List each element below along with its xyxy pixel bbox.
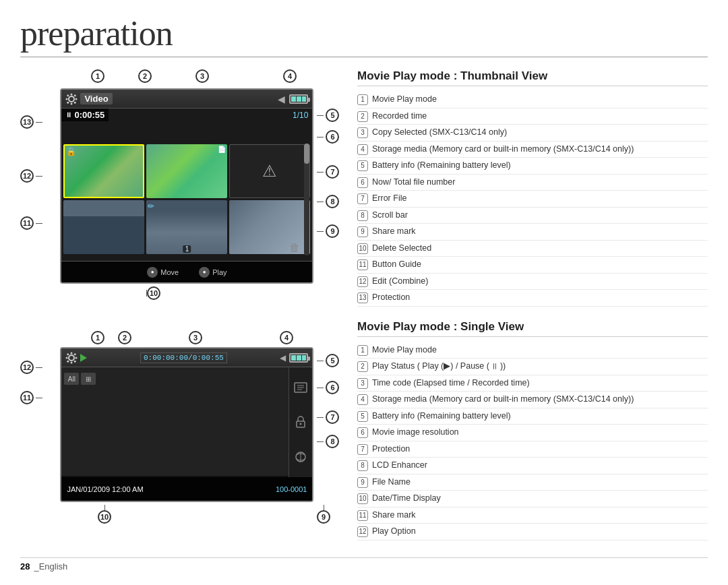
item-text: Delete Selected — [372, 243, 431, 255]
thumbnail-screen: Video ◀ — [60, 88, 313, 284]
list-item: 2 Recorded time — [357, 109, 708, 125]
list-item: 8 Scroll bar — [357, 208, 708, 224]
item-text: Scroll bar — [372, 210, 408, 222]
callout-11: 11 — [20, 216, 34, 230]
file-counter: 1/10 — [289, 109, 312, 122]
item-text: Copy Selected (SMX-C13/C14 only) — [372, 127, 507, 139]
num-badge: 1 — [183, 245, 191, 253]
item-num: 8 — [357, 210, 368, 221]
item-text: Share mark — [372, 510, 416, 522]
callout-12-single: 12 — [20, 361, 34, 374]
thumbnail-section-title: Movie Play mode : Thumbnail View — [357, 69, 708, 86]
item-num: 7 — [357, 193, 368, 204]
item-num: 9 — [357, 226, 368, 237]
item-text: Share mark — [372, 226, 416, 238]
page-number: 28 — [20, 561, 30, 572]
item-num: 10 — [357, 493, 368, 504]
left-side-labels: 13 12 11 — [20, 109, 57, 230]
top-callouts-single: 1 2 3 4 — [84, 327, 344, 344]
item-num: 10 — [357, 243, 368, 254]
svg-point-5 — [67, 94, 69, 96]
thumb-top-bar: Video ◀ — [61, 90, 312, 109]
item-text: Time code (Elapsed time / Recorded time) — [372, 377, 530, 390]
thumb-item-2[interactable]: 📄 — [146, 144, 227, 198]
list-item: 7 Error File — [357, 191, 708, 208]
list-item: 9 Share mark — [357, 224, 708, 241]
item-num: 12 — [357, 276, 368, 287]
svg-point-6 — [74, 101, 76, 103]
single-screen-inner: 0:00:00:00/0:00:55 ◀ — [61, 348, 312, 501]
thumb-item-1[interactable]: 🔒 — [63, 144, 144, 198]
list-item: 4 Storage media (Memory card or built-in… — [357, 142, 708, 158]
scrollbar[interactable] — [304, 144, 309, 255]
list-item: 10 Delete Selected — [357, 241, 708, 257]
item-num: 9 — [357, 477, 368, 488]
item-num: 13 — [357, 292, 368, 303]
item-text: Date/Time Display — [372, 493, 441, 505]
list-item: 12 Edit (Combine) — [357, 274, 708, 290]
single-left-labels: 12 11 — [20, 361, 57, 404]
svg-point-0 — [69, 96, 74, 102]
callout-12: 12 — [20, 169, 34, 183]
svg-point-14 — [67, 353, 69, 355]
single-labels-section: Movie Play mode : Single View 1 Movie Pl… — [357, 320, 708, 541]
svg-point-15 — [74, 360, 76, 362]
thumb-item-3-error[interactable]: ⚠ — [229, 144, 310, 198]
back-arrow-single[interactable]: ◀ — [280, 353, 286, 363]
warning-icon: ⚠ — [262, 162, 277, 181]
thumb-item-4[interactable] — [63, 200, 144, 254]
item-text: Protection — [372, 443, 410, 456]
callout-13: 13 — [20, 115, 34, 129]
svg-point-2 — [71, 102, 73, 104]
list-item: 5 Battery info (Remaining battery level) — [357, 158, 708, 175]
right-panel: Movie Play mode : Thumbnail View 1 Movie… — [357, 69, 708, 557]
left-panel: 1 2 3 4 13 12 — [20, 69, 344, 557]
callout-6-single: 6 — [326, 381, 339, 394]
item-text: Storage media (Memory card or built-in m… — [372, 144, 634, 156]
option-icon: ⊞ — [81, 373, 96, 385]
item-num: 7 — [357, 444, 368, 455]
datetime-display: JAN/01/2009 12:00 AM — [67, 485, 143, 493]
list-item: 1 Movie Play mode — [357, 342, 708, 359]
list-item: 10 Date/Time Display — [357, 491, 708, 507]
svg-point-12 — [66, 357, 68, 359]
svg-point-23 — [300, 423, 302, 425]
svg-point-4 — [75, 98, 78, 100]
list-item: 13 Protection — [357, 290, 708, 307]
callout-2-single: 2 — [118, 331, 131, 344]
callout-1-single: 1 — [91, 331, 104, 344]
delete-icon[interactable]: 🗑 — [289, 242, 300, 254]
item-num: 6 — [357, 427, 368, 438]
page: preparation 1 2 3 4 — [0, 0, 728, 585]
thumbnail-items-list: 1 Movie Play mode 2 Recorded time 3 Copy… — [357, 92, 708, 307]
move-label: Move — [160, 268, 179, 276]
main-content: 1 2 3 4 13 12 — [20, 69, 708, 557]
prev-arrow-icon[interactable]: ◀ — [278, 94, 285, 104]
callout-3-single: 3 — [189, 331, 202, 344]
list-item: 4 Storage media (Memory card or built-in… — [357, 392, 708, 408]
move-btn-icon: ● — [147, 267, 158, 278]
thumb-top-left: Video — [65, 93, 112, 105]
item-num: 8 — [357, 460, 368, 471]
item-num: 1 — [357, 94, 368, 105]
list-item: 3 Copy Selected (SMX-C13/C14 only) — [357, 125, 708, 142]
callout-9-single: 9 — [317, 510, 330, 524]
svg-point-9 — [69, 355, 74, 361]
svg-point-1 — [71, 93, 73, 95]
svg-point-17 — [67, 360, 69, 362]
item-text: Movie Play mode — [372, 94, 437, 106]
item-num: 3 — [357, 127, 368, 138]
thumb-item-5[interactable]: ✏ 1 — [146, 200, 227, 254]
item-num: 6 — [357, 177, 368, 188]
top-callouts-thumb: 1 2 3 4 — [84, 69, 344, 86]
list-item: 2 Play Status ( Play (▶) / Pause ( ॥ )) — [357, 359, 708, 375]
callout-8-single: 8 — [326, 435, 339, 448]
thumb-grid: 🔒 📄 ⚠ — [61, 142, 312, 256]
item-text: LCD Enhancer — [372, 460, 427, 472]
item-num: 3 — [357, 378, 368, 389]
right-side-labels-thumb: 5 6 7 8 — [317, 109, 344, 238]
callout-2-thumb: 2 — [138, 69, 152, 83]
single-diagram: 1 2 3 4 12 11 — [20, 327, 344, 524]
play-btn-icon: ● — [199, 267, 210, 278]
filename-display: 100-0001 — [276, 485, 307, 493]
